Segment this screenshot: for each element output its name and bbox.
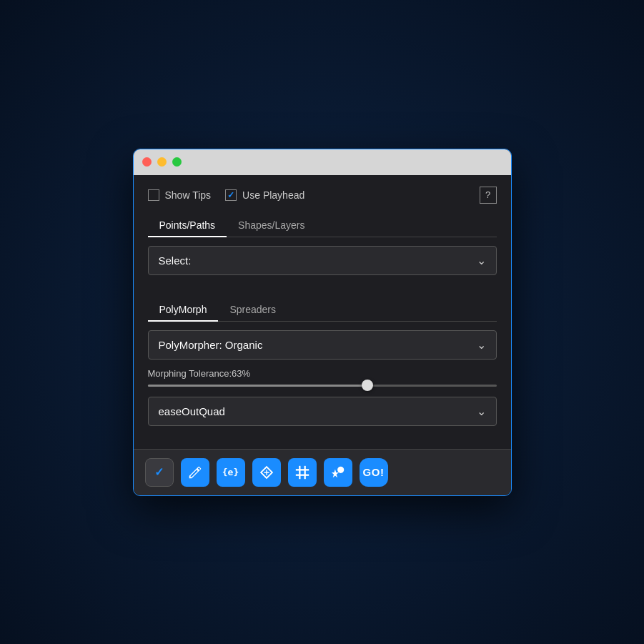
grid-button[interactable] <box>288 458 317 487</box>
eraser-icon <box>187 465 203 480</box>
use-playhead-label: Use Playhead <box>242 189 304 201</box>
select-label: Select: <box>159 254 192 267</box>
chevron-down-icon: ⌄ <box>477 405 486 418</box>
svg-point-4 <box>337 466 344 472</box>
main-window: Show Tips Use Playhead ? Points/Paths Sh… <box>133 149 512 496</box>
use-playhead-group: Use Playhead <box>225 189 304 201</box>
main-tabs: Points/Paths Shapes/Layers <box>148 214 497 237</box>
panel-content: Show Tips Use Playhead ? Points/Paths Sh… <box>134 175 511 449</box>
show-tips-label: Show Tips <box>165 189 212 201</box>
tab-polymorph[interactable]: PolyMorph <box>148 298 219 321</box>
top-bar: Show Tips Use Playhead ? <box>148 187 497 204</box>
check-button[interactable]: ✓ <box>145 458 174 487</box>
star-icon <box>330 465 346 480</box>
eraser-button[interactable] <box>181 458 209 487</box>
chevron-down-icon: ⌄ <box>477 254 486 267</box>
chevron-down-icon: ⌄ <box>477 338 486 352</box>
grid-icon <box>294 465 310 480</box>
expression-button[interactable]: {e} <box>217 458 245 487</box>
spacer2 <box>148 435 497 449</box>
tab-spreaders[interactable]: Spreaders <box>218 298 287 321</box>
bottom-toolbar: ✓ {e} <box>134 449 511 495</box>
go-button[interactable]: GO! <box>360 458 388 487</box>
star-button[interactable] <box>324 458 352 487</box>
maximize-button[interactable] <box>172 157 182 167</box>
titlebar <box>134 149 511 175</box>
transform-button[interactable] <box>252 458 281 487</box>
go-label: GO! <box>363 466 385 478</box>
morphing-tolerance-label: Morphing Tolerance:63% <box>148 368 497 379</box>
show-tips-checkbox[interactable] <box>148 189 159 201</box>
tab-points-paths[interactable]: Points/Paths <box>148 214 227 237</box>
select-dropdown[interactable]: Select: ⌄ <box>148 246 497 275</box>
ease-label: easeOutQuad <box>159 405 225 417</box>
help-button[interactable]: ? <box>480 187 497 204</box>
show-tips-group: Show Tips <box>148 189 212 201</box>
spacer <box>148 284 497 298</box>
ease-dropdown[interactable]: easeOutQuad ⌄ <box>148 397 497 426</box>
close-button[interactable] <box>142 157 152 167</box>
polymorpher-label: PolyMorpher: Organic <box>159 339 263 351</box>
polymorpher-dropdown[interactable]: PolyMorpher: Organic ⌄ <box>148 330 497 360</box>
slider-fill <box>148 385 367 387</box>
use-playhead-checkbox[interactable] <box>225 189 237 201</box>
minimize-button[interactable] <box>157 157 167 167</box>
expression-icon: {e} <box>222 467 239 477</box>
slider-track <box>148 385 497 387</box>
help-icon: ? <box>485 189 490 200</box>
transform-icon <box>259 465 274 480</box>
secondary-tabs: PolyMorph Spreaders <box>148 298 497 322</box>
check-icon: ✓ <box>154 465 164 479</box>
morphing-tolerance-slider[interactable] <box>148 385 497 387</box>
slider-thumb[interactable] <box>362 380 373 391</box>
tab-shapes-layers[interactable]: Shapes/Layers <box>227 214 316 237</box>
